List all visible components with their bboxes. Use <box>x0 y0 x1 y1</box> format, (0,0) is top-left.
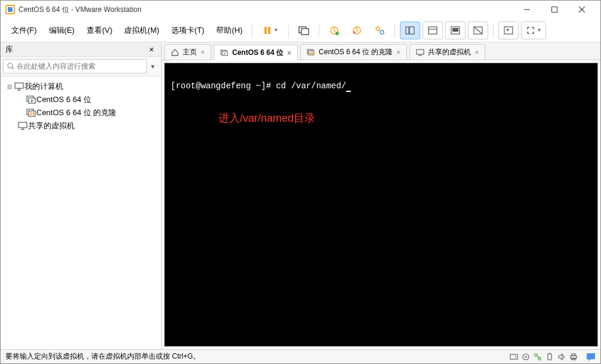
view-thumbnails-button[interactable] <box>400 21 420 39</box>
separator <box>319 23 319 38</box>
separator <box>288 23 289 38</box>
window-title: CentOS 6 64 位 - VMware Workstation <box>19 5 513 15</box>
svg-rect-37 <box>33 112 34 115</box>
collapse-icon[interactable]: ⊟ <box>5 84 14 90</box>
svg-rect-17 <box>409 27 414 34</box>
sidebar: 库 × ▼ ⊟ 我的计算机 <box>1 42 162 349</box>
stretch-button[interactable]: ▼ <box>521 21 546 39</box>
tab-centos[interactable]: CentOS 6 64 位 × <box>214 45 298 60</box>
svg-point-11 <box>335 32 339 35</box>
sidebar-title: 库 <box>5 44 147 55</box>
svg-rect-9 <box>301 29 309 35</box>
tray-message-icon[interactable] <box>586 353 596 361</box>
vm-paused-icon <box>307 49 315 56</box>
terminal-viewport[interactable]: [root@wangdefeng ~]# cd /var/named/ 进入/v… <box>164 63 598 347</box>
tabbar: 主页 × CentOS 6 64 位 × CentOS 6 64 位 的克隆 × <box>162 42 600 60</box>
dropdown-caret-icon: ▼ <box>537 27 541 33</box>
tree-label: 我的计算机 <box>24 81 63 92</box>
snapshot-button[interactable] <box>324 21 344 39</box>
view-console-button[interactable] <box>445 21 466 39</box>
svg-rect-57 <box>548 354 551 360</box>
annotation-text: 进入/var/named目录 <box>218 111 315 125</box>
search-icon <box>7 63 14 70</box>
tab-label: CentOS 6 64 位 <box>232 48 283 58</box>
tray-network-icon[interactable] <box>534 353 542 361</box>
dropdown-caret-icon: ▼ <box>273 27 278 33</box>
tab-close-button[interactable]: × <box>287 49 291 57</box>
menu-edit[interactable]: 编辑(E) <box>43 21 81 39</box>
tab-centos-clone[interactable]: CentOS 6 64 位 的克隆 × <box>300 44 407 60</box>
tray-cd-icon[interactable] <box>522 353 530 361</box>
tab-home[interactable]: 主页 × <box>164 44 211 60</box>
svg-rect-54 <box>535 354 537 356</box>
svg-rect-50 <box>510 354 517 359</box>
close-button[interactable] <box>568 1 596 18</box>
search-input[interactable] <box>17 62 143 70</box>
tab-label: CentOS 6 64 位 的克隆 <box>319 47 393 57</box>
fullscreen-button[interactable] <box>498 21 519 39</box>
svg-rect-7 <box>268 27 270 34</box>
tray-disk-icon[interactable] <box>510 353 518 361</box>
titlebar: CentOS 6 64 位 - VMware Workstation <box>1 1 600 18</box>
snapshot-manager-button[interactable] <box>369 21 390 39</box>
svg-rect-48 <box>417 50 424 54</box>
vm-running-icon <box>26 95 36 104</box>
main-area: 主页 × CentOS 6 64 位 × CentOS 6 64 位 的克隆 × <box>162 42 600 349</box>
search-dropdown-button[interactable]: ▼ <box>147 63 159 70</box>
view-single-button[interactable] <box>423 21 443 39</box>
svg-point-53 <box>525 356 527 357</box>
tray-usb-icon[interactable] <box>545 353 554 361</box>
pause-button[interactable]: ▼ <box>257 21 283 39</box>
menu-file[interactable]: 文件(F) <box>5 21 43 39</box>
tree-node-my-computer[interactable]: ⊟ 我的计算机 <box>3 80 159 93</box>
svg-rect-60 <box>572 354 575 356</box>
body: 库 × ▼ ⊟ 我的计算机 <box>1 42 600 349</box>
svg-rect-47 <box>312 52 313 54</box>
svg-rect-36 <box>30 112 32 115</box>
status-tray <box>510 353 596 361</box>
svg-rect-1 <box>8 7 13 12</box>
status-message: 要将输入定向到该虚拟机，请在虚拟机内部单击或按 Ctrl+G。 <box>5 351 510 362</box>
menu-vm[interactable]: 虚拟机(M) <box>118 21 165 39</box>
tree-label: CentOS 6 64 位 的克隆 <box>36 107 116 118</box>
shared-icon <box>17 122 28 130</box>
tray-sound-icon[interactable] <box>557 353 566 361</box>
send-ctrl-alt-del-button[interactable] <box>294 21 314 39</box>
maximize-button[interactable] <box>541 1 568 18</box>
svg-rect-45 <box>309 51 314 55</box>
tray-printer-icon[interactable] <box>569 353 578 361</box>
svg-rect-28 <box>15 83 23 88</box>
menu-help[interactable]: 帮助(H) <box>210 21 248 39</box>
tree-node-vm-centos-clone[interactable]: CentOS 6 64 位 的克隆 <box>3 106 159 119</box>
tab-close-button[interactable]: × <box>201 48 205 57</box>
tree-node-vm-centos[interactable]: CentOS 6 64 位 <box>3 93 159 106</box>
menubar: 文件(F) 编辑(E) 查看(V) 虚拟机(M) 选项卡(T) 帮助(H) ▼ … <box>1 18 600 42</box>
home-icon <box>171 48 179 57</box>
terminal-line: [root@wangdefeng ~]# cd /var/named/ <box>171 81 346 91</box>
vm-paused-icon <box>26 109 36 117</box>
minimize-button[interactable] <box>513 1 541 18</box>
tab-close-button[interactable]: × <box>474 48 479 57</box>
tab-label: 主页 <box>183 47 197 57</box>
cursor <box>346 81 351 92</box>
menu-tabs[interactable]: 选项卡(T) <box>165 21 211 39</box>
tree-label: 共享的虚拟机 <box>28 121 75 131</box>
sidebar-search: ▼ <box>1 57 161 76</box>
tree-label: CentOS 6 64 位 <box>36 94 91 105</box>
search-box[interactable] <box>3 59 147 73</box>
svg-rect-16 <box>406 27 409 34</box>
separator <box>493 23 494 38</box>
unity-button[interactable] <box>468 21 488 39</box>
tab-shared[interactable]: 共享的虚拟机 × <box>409 44 485 60</box>
sidebar-header: 库 × <box>1 42 161 57</box>
menu-view[interactable]: 查看(V) <box>81 21 118 39</box>
computer-icon <box>14 82 24 91</box>
separator <box>394 23 395 38</box>
sidebar-close-button[interactable]: × <box>147 45 156 54</box>
svg-line-15 <box>379 30 381 31</box>
svg-point-26 <box>8 63 13 68</box>
svg-rect-62 <box>587 353 595 359</box>
tree-node-shared-vms[interactable]: 共享的虚拟机 <box>3 119 159 132</box>
snapshot-revert-button[interactable] <box>347 21 367 39</box>
tab-close-button[interactable]: × <box>396 48 400 57</box>
